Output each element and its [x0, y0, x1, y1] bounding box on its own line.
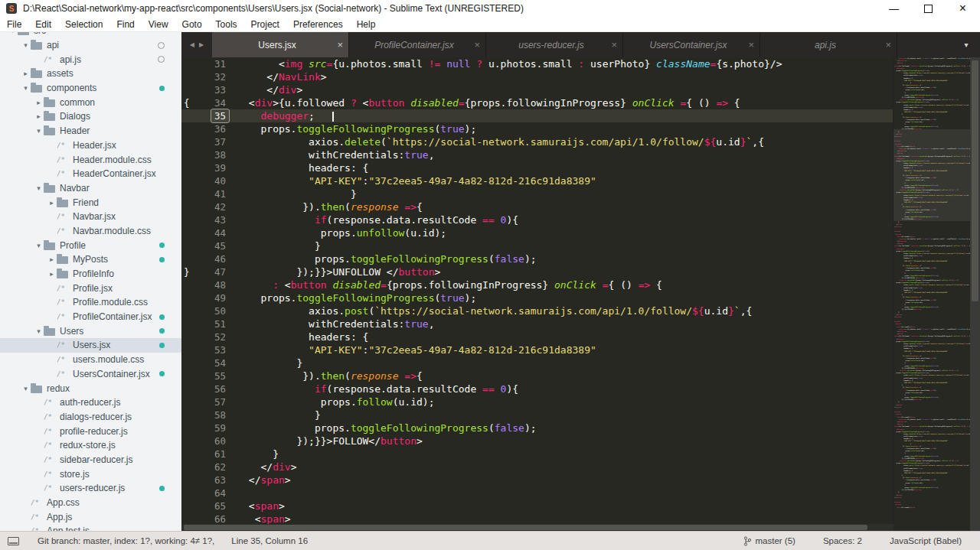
sidebar-file-auth-reducer-js[interactable]: /*auth-reducer.js [0, 395, 181, 410]
sidebar-folder-components[interactable]: ▾components [0, 81, 181, 96]
tab-api-js[interactable]: api.js× [760, 32, 897, 57]
sidebar-folder-navbar[interactable]: ▾Navbar [0, 181, 181, 196]
chevron-right-icon[interactable]: ▸ [47, 270, 57, 278]
sidebar-folder-api[interactable]: ▾api [0, 38, 181, 53]
code-line-34[interactable]: {34 <div>{u.followed ? <button disabled=… [181, 96, 893, 109]
chevron-down-icon[interactable]: ▾ [34, 327, 44, 335]
code-line-59[interactable]: 59 props.toggleFollowingProgress(false); [181, 421, 893, 434]
chevron-down-icon[interactable]: ▾ [34, 242, 44, 249]
sidebar-file-headercontainer-jsx[interactable]: /*HeaderContainer.jsx [0, 167, 181, 181]
code-line-40[interactable]: 40 "API-KEY":"37c2eea5-49a7-4a82-812d-21… [181, 174, 893, 187]
menu-item-help[interactable]: Help [350, 19, 383, 30]
code-line-41[interactable]: 41 } [181, 187, 893, 200]
sidebar-file-users-jsx[interactable]: /*Users.jsx [0, 338, 181, 353]
code-line-42[interactable]: 42 }).then(response =>{ [181, 200, 893, 213]
sidebar-file-navbar-jsx[interactable]: /*Navbar.jsx [0, 210, 181, 224]
sidebar-file-api-js[interactable]: /*api.js [0, 52, 181, 67]
sidebar-file-dialogs-reducer-js[interactable]: /*dialogs-reducer.js [0, 410, 181, 425]
sidebar-folder-redux[interactable]: ▾redux [0, 381, 181, 395]
code-line-56[interactable]: 56 if(response.data.resultCode == 0){ [181, 382, 893, 395]
sidebar-file-users-reducer-js[interactable]: /*users-reducer.js [0, 481, 181, 496]
chevron-right-icon[interactable]: ▸ [21, 70, 31, 77]
cursor-position-text[interactable]: Line 35, Column 16 [231, 536, 308, 545]
menu-item-view[interactable]: View [142, 19, 175, 30]
close-icon[interactable]: × [337, 40, 343, 50]
chevron-down-icon[interactable]: ▾ [21, 84, 31, 92]
minimap[interactable]: <img src={u.photos.small != null ? u.pho… [893, 57, 970, 531]
sidebar-file-app-js[interactable]: /*App.js [0, 509, 181, 524]
sidebar-folder-myposts[interactable]: ▸MyPosts [0, 252, 181, 267]
code-line-60[interactable]: 60 });}}>FOLLOW</button> [181, 434, 893, 447]
code-line-35[interactable]: 35 debugger; [181, 109, 893, 122]
menu-item-preferences[interactable]: Preferences [286, 19, 350, 30]
menu-item-tools[interactable]: Tools [209, 19, 244, 30]
menu-item-find[interactable]: Find [109, 19, 141, 30]
close-icon[interactable]: × [885, 40, 891, 50]
menu-item-edit[interactable]: Edit [28, 19, 58, 30]
sidebar-file-users-module-css[interactable]: /*users.module.css [0, 353, 181, 367]
code-line-48[interactable]: 48 : <button disabled={props.followingIn… [181, 278, 893, 291]
sidebar-file-profile-jsx[interactable]: /*Profile.jsx [0, 281, 181, 295]
code-line-47[interactable]: }47 });}}>UNFOLLOW </button> [181, 265, 893, 278]
code-line-53[interactable]: 53 "API-KEY":"37c2eea5-49a7-4a82-812d-21… [181, 343, 893, 356]
code-line-50[interactable]: 50 axios.post(`https://social-network.sa… [181, 304, 893, 317]
code-line-33[interactable]: 33 </div> [181, 83, 893, 96]
minimap-viewport[interactable] [893, 129, 970, 221]
code-line-44[interactable]: 44 props.unfollow(u.id); [181, 226, 893, 239]
maximize-button[interactable] [911, 0, 946, 17]
menu-item-file[interactable]: File [0, 19, 28, 30]
sidebar-file-userscontainer-jsx[interactable]: /*UsersContainer.jsx [0, 367, 181, 382]
chevron-right-icon[interactable]: ▸ [34, 112, 44, 120]
chevron-down-icon[interactable]: ▾ [34, 127, 44, 135]
sidebar-folder-header[interactable]: ▾Header [0, 124, 181, 138]
sidebar-folder-common[interactable]: ▸common [0, 95, 181, 109]
tab-users-reducer-js[interactable]: users-reducer.js× [486, 32, 623, 57]
code-line-61[interactable]: 61 } [181, 447, 893, 461]
chevron-right-icon[interactable]: ▸ [47, 199, 57, 207]
close-icon[interactable]: × [611, 40, 617, 50]
minimize-button[interactable]: — [877, 0, 911, 17]
code-line-65[interactable]: 65 <span> [181, 500, 893, 513]
vertical-scrollbar[interactable] [970, 57, 980, 531]
sidebar-folder-assets[interactable]: ▸assets [0, 67, 181, 81]
panel-toggle-icon[interactable] [8, 537, 19, 545]
code-line-31[interactable]: 31 <img src={u.photos.small != null ? u.… [181, 57, 893, 70]
menu-item-goto[interactable]: Goto [175, 19, 209, 30]
code-line-64[interactable]: 64 [181, 487, 893, 500]
code-line-45[interactable]: 45 } [181, 239, 893, 252]
code-line-32[interactable]: 32 </NavLink> [181, 70, 893, 83]
close-icon[interactable]: × [748, 40, 754, 50]
sidebar-file-redux-store-js[interactable]: /*redux-store.js [0, 438, 181, 453]
tab-scroll-left-icon[interactable]: ◀ [190, 41, 194, 48]
sidebar-file-sidebar-reducer-js[interactable]: /*sidebar-reducer.js [0, 453, 181, 467]
code-line-39[interactable]: 39 headers: { [181, 161, 893, 174]
vertical-scrollbar-thumb[interactable] [972, 60, 978, 301]
tab-overflow-menu-icon[interactable]: ▾ [952, 32, 980, 57]
sidebar-file-app-css[interactable]: /*App.css [0, 496, 181, 510]
chevron-down-icon[interactable]: ▾ [8, 32, 18, 34]
code-line-54[interactable]: 54 } [181, 356, 893, 369]
code-line-63[interactable]: 63 </span> [181, 474, 893, 487]
sidebar-file-profile-module-css[interactable]: /*Profile.module.css [0, 295, 181, 310]
sidebar-file-app-test-js[interactable]: /*App.test.js [0, 524, 181, 531]
tab-scroll-right-icon[interactable]: ▶ [199, 41, 204, 48]
tab-userscontainer-jsx[interactable]: UsersContainer.jsx× [623, 32, 760, 57]
tab-users-jsx[interactable]: Users.jsx× [212, 32, 349, 57]
tab-profilecontainer-jsx[interactable]: ProfileContainer.jsx× [349, 32, 486, 57]
code-line-36[interactable]: 36 props.toggleFollowingProgress(true); [181, 122, 893, 135]
code-line-38[interactable]: 38 withCredentials:true, [181, 148, 893, 161]
sidebar-folder-dialogs[interactable]: ▸Dialogs [0, 109, 181, 124]
sidebar-folder-users[interactable]: ▾Users [0, 324, 181, 338]
code-line-55[interactable]: 55 }).then(response =>{ [181, 369, 893, 382]
chevron-right-icon[interactable]: ▸ [34, 99, 44, 106]
status-indentation[interactable]: Spaces: 2 [823, 536, 862, 545]
sidebar-file-navbar-module-css[interactable]: /*Navbar.module.css [0, 224, 181, 239]
sidebar-folder-friend[interactable]: ▸Friend [0, 195, 181, 210]
close-icon[interactable]: × [474, 40, 480, 50]
code-line-62[interactable]: 62 </div> [181, 461, 893, 474]
sidebar-folder-src[interactable]: ▾src [0, 32, 181, 38]
code-line-58[interactable]: 58 } [181, 408, 893, 421]
chevron-down-icon[interactable]: ▾ [21, 41, 31, 49]
code-line-43[interactable]: 43 if(response.data.resultCode == 0){ [181, 213, 893, 226]
horizontal-scrollbar-thumb[interactable] [184, 525, 867, 530]
